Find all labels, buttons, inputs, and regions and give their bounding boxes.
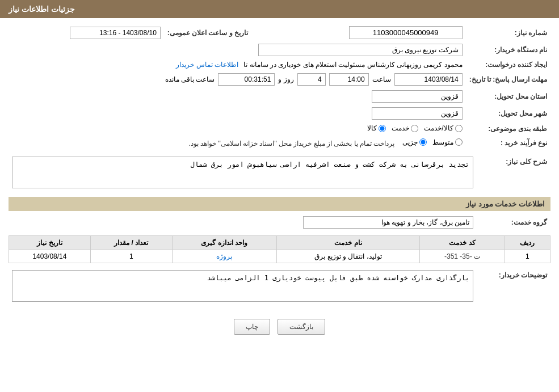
category-label: طبقه بندی موضوعی: — [466, 122, 550, 136]
category-option-khadamat: خدمت — [392, 124, 418, 132]
row-service-name: تولید، انتقال و توزیع برق — [276, 250, 420, 263]
page-title: جزئیات اطلاعات نیاز — [9, 5, 75, 14]
category-radio-kala[interactable] — [379, 125, 386, 132]
creator-value: محمود کریمی روزبهانی کارشناس مسئولیت است… — [243, 61, 462, 69]
creator-row: ایجاد کننده درخواست: محمود کریمی روزبهان… — [9, 58, 550, 71]
row-number: 1 — [505, 250, 550, 263]
service-group-row: گروه خدمت: تامین برق، گاز، بخار و تهویه … — [9, 214, 550, 231]
purchase-type-option-motavaset: متوسط — [432, 138, 463, 146]
purchase-type-motavaset-label: متوسط — [432, 138, 453, 146]
deadline-label: مهلت ارسال پاسخ: تا تاریخ: — [466, 71, 550, 88]
deadline-time-label: ساعت — [372, 75, 391, 83]
row-count: 1 — [90, 250, 172, 263]
col-count: تعداد / مقدار — [90, 236, 172, 250]
back-button[interactable]: بازگشت — [278, 319, 325, 335]
creator-label: ایجاد کننده درخواست: — [466, 58, 550, 71]
category-option-kala-label: کالا — [367, 124, 377, 132]
purchase-type-label: نوع فرآیند خرید : — [466, 136, 550, 150]
col-date: تاریخ نیاز — [9, 236, 91, 250]
creator-contact-link[interactable]: اطلاعات تماس خریدار — [176, 61, 238, 69]
col-row: ردیف — [505, 236, 550, 250]
deadline-time: 14:00 — [329, 73, 369, 86]
col-unit: واحد اندازه گیری — [172, 236, 276, 250]
services-section-title: اطلاعات خدمات مورد نیاز — [9, 197, 550, 211]
purchase-type-row: نوع فرآیند خرید : متوسط جزیی پرداخت تمام… — [9, 136, 550, 150]
buyer-notes-label: توضیحات خریدار: — [477, 268, 550, 306]
buyer-station-row: نام دستگاه خریدار: شرکت توزیع نیروی برق — [9, 41, 550, 58]
page-container: جزئیات اطلاعات نیاز شماره نیاز: 11030000… — [0, 0, 559, 392]
main-content: شماره نیاز: 1103000045000949 تاریخ و ساع… — [0, 18, 559, 349]
city-label: شهر محل تحویل: — [466, 105, 550, 122]
need-number-value: 1103000045000949 — [349, 26, 463, 39]
description-textarea[interactable] — [12, 157, 473, 188]
province-label: استان محل تحویل: — [466, 88, 550, 105]
page-header: جزئیات اطلاعات نیاز — [0, 0, 559, 18]
city-value: قزوین — [372, 107, 463, 120]
deadline-row: مهلت ارسال پاسخ: تا تاریخ: 1403/08/14 سا… — [9, 71, 550, 88]
service-group-value: تامین برق، گاز، بخار و تهویه هوا — [303, 216, 473, 229]
announce-label: تاریخ و ساعت اعلان عمومی: — [164, 24, 251, 41]
purchase-type-radio-motavaset[interactable] — [455, 138, 463, 146]
category-row: طبقه بندی موضوعی: کالا/خدمت خدمت — [9, 122, 550, 136]
row-code: ت -35- 351- — [420, 250, 505, 263]
deadline-days: 4 — [297, 73, 326, 86]
announce-value: 1403/08/10 - 13:16 — [70, 27, 161, 39]
deadline-remain: 00:31:51 — [218, 73, 275, 86]
print-button[interactable]: چاپ — [234, 319, 270, 335]
need-number-row: شماره نیاز: 1103000045000949 تاریخ و ساع… — [9, 24, 550, 41]
col-code: کد خدمت — [420, 236, 505, 250]
buyer-station-label: نام دستگاه خریدار: — [466, 41, 550, 58]
services-header-row: ردیف کد خدمت نام خدمت واحد اندازه گیری ت… — [9, 236, 550, 250]
purchase-type-radio-jozi[interactable] — [419, 138, 427, 146]
category-option-kala-khadamat-label: کالا/خدمت — [424, 124, 453, 132]
description-table: شرح کلی نیاز: — [9, 154, 550, 192]
button-bar: بازگشت چاپ — [9, 310, 550, 343]
buyer-notes-textarea[interactable] — [12, 270, 473, 302]
need-number-label: شماره نیاز: — [466, 24, 550, 41]
description-row: شرح کلی نیاز: — [9, 154, 550, 192]
category-option-khadamat-label: خدمت — [392, 124, 409, 132]
service-group-table: گروه خدمت: تامین برق، گاز، بخار و تهویه … — [9, 214, 550, 231]
buyer-notes-row: توضیحات خریدار: — [9, 268, 550, 306]
buyer-notes-table: توضیحات خریدار: — [9, 268, 550, 306]
services-table-header: ردیف کد خدمت نام خدمت واحد اندازه گیری ت… — [9, 236, 550, 250]
category-radio-group: کالا/خدمت خدمت کالا — [367, 124, 462, 132]
row-date: 1403/08/14 — [9, 250, 91, 263]
services-table-body: 1 ت -35- 351- تولید، انتقال و توزیع برق … — [9, 250, 550, 263]
category-radio-khadamat[interactable] — [411, 125, 418, 132]
purchase-type-jozi-label: جزیی — [402, 138, 418, 146]
purchase-type-note: پرداخت تمام یا بخشی از مبلغ خریداز محل "… — [188, 140, 394, 147]
province-row: استان محل تحویل: قزوین — [9, 88, 550, 105]
category-radio-kala-khadamat[interactable] — [455, 125, 463, 132]
table-row: 1 ت -35- 351- تولید، انتقال و توزیع برق … — [9, 250, 550, 263]
row-unit: پروژه — [172, 250, 276, 263]
col-name: نام خدمت — [276, 236, 420, 250]
buyer-station-value: شرکت توزیع نیروی برق — [258, 44, 463, 56]
purchase-type-radio-group: متوسط جزیی — [402, 138, 463, 146]
deadline-days-label: روز و — [278, 75, 293, 83]
city-row: شهر محل تحویل: قزوین — [9, 105, 550, 122]
province-value: قزوین — [372, 90, 463, 103]
description-label: شرح کلی نیاز: — [477, 154, 550, 192]
info-form-table: شماره نیاز: 1103000045000949 تاریخ و ساع… — [9, 24, 550, 150]
service-group-label: گروه خدمت: — [477, 214, 550, 231]
deadline-date: 1403/08/14 — [394, 73, 463, 86]
purchase-type-option-jozi: جزیی — [402, 138, 427, 146]
services-table: ردیف کد خدمت نام خدمت واحد اندازه گیری ت… — [9, 235, 550, 263]
category-option-kala: کالا — [367, 124, 386, 132]
deadline-remain-label: ساعت باقی مانده — [165, 75, 215, 83]
category-option-kala-khadamat: کالا/خدمت — [424, 124, 462, 132]
